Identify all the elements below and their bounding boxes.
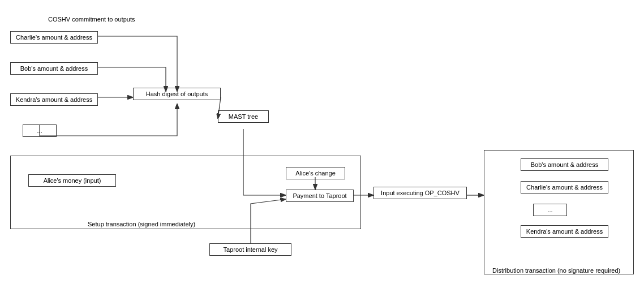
payment-to-taproot-box: Payment to Taproot xyxy=(286,190,354,202)
alices-change-box: Alice's change xyxy=(286,167,345,179)
distribution-transaction-label: Distribution transaction (no signature r… xyxy=(492,267,620,274)
input-executing-box: Input executing OP_COSHV xyxy=(373,187,467,199)
charlies-box: Charlie's amount & address xyxy=(10,31,98,44)
ellipsis-top: ... xyxy=(23,124,57,137)
hash-digest-box: Hash digest of outputs xyxy=(133,88,221,100)
alices-money-box: Alice's money (input) xyxy=(28,174,116,187)
kendras-box: Kendra's amount & address xyxy=(10,93,98,106)
bobs-box: Bob's amount & address xyxy=(10,62,98,75)
taproot-internal-key-box: Taproot internal key xyxy=(209,243,291,256)
dist-ellipsis-box: ... xyxy=(533,204,567,216)
mast-tree-box: MAST tree xyxy=(218,110,269,123)
dist-charlies-box: Charlie's amount & address xyxy=(521,181,608,194)
dist-bobs-box: Bob's amount & address xyxy=(521,158,608,171)
diagram: COSHV commitment to outputs Charlie's am… xyxy=(0,0,644,288)
dist-kendras-box: Kendra's amount & address xyxy=(521,225,608,238)
setup-transaction-label: Setup transaction (signed immediately) xyxy=(88,221,195,227)
coshv-label: COSHV commitment to outputs xyxy=(48,16,135,23)
